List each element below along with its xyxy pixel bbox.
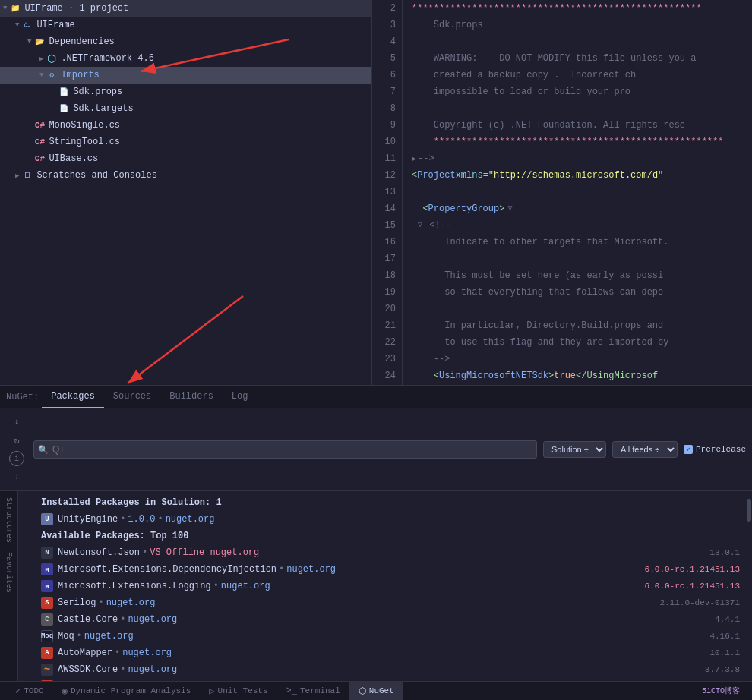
tree-label: Dependencies [49, 36, 114, 47]
tree-label: .NETFramework 4.6 [61, 53, 153, 64]
tree-item-imports[interactable]: ▼ ⚙ Imports [0, 67, 371, 84]
tab-sources[interactable]: Sources [104, 386, 160, 408]
dpa-label: Dynamic Program Analysis [71, 686, 191, 695]
package-icon: M [41, 563, 53, 575]
tree-item-dependencies[interactable]: ▼ 📂 Dependencies [0, 33, 371, 50]
list-item[interactable]: ~ AWSSDK.Core • nuget.org 3.7.3.8 [18, 661, 746, 678]
tab-dpa[interactable]: ◉ Dynamic Program Analysis [53, 682, 201, 701]
prerelease-check[interactable]: ✓ Prerelease [684, 445, 746, 454]
chevron-icon: ▼ [27, 38, 31, 46]
nuget-panel: NuGet: Packages Sources Builders Log ⬇ ↻… [0, 385, 752, 681]
dot-sep: • [142, 547, 147, 558]
nuget-tabs-bar: NuGet: Packages Sources Builders Log [0, 386, 752, 408]
prerelease-checkbox[interactable]: ✓ [684, 445, 693, 454]
list-item[interactable]: M Microsoft.Extensions.Logging • nuget.o… [18, 578, 746, 594]
tab-packages[interactable]: Packages [42, 386, 104, 408]
package-version: 10.1.1 [709, 648, 740, 657]
package-source-link[interactable]: nuget.org [128, 664, 177, 675]
search-input[interactable] [33, 440, 537, 459]
package-source-link[interactable]: nuget.org [166, 514, 215, 525]
package-icon: U [41, 513, 53, 525]
csharp-icon: C# [33, 153, 46, 165]
feeds-filter[interactable]: All feeds ÷ [612, 441, 678, 458]
dot-sep: • [120, 614, 125, 625]
tab-nuget-status[interactable]: ⬡ NuGet [349, 682, 403, 701]
nuget-toolbar: ⬇ ↻ i ↓ 🔍 Solution ÷ All feeds ÷ ✓ Prere… [0, 408, 752, 491]
list-item[interactable]: N Newtonsoft.Json • VS Offline nuget.org… [18, 544, 746, 561]
dot-sep: • [213, 581, 219, 591]
package-source-link[interactable]: nuget.org [286, 564, 336, 575]
nuget-side-icons: Structures Favorites [0, 491, 18, 681]
package-icon: ~ [41, 664, 53, 676]
package-source-link[interactable]: nuget.org [122, 648, 172, 658]
package-icon: A [41, 647, 53, 659]
gear-icon: ⚙ [46, 69, 58, 81]
tree-item-uiframe-project[interactable]: ▼ 📁 UIFrame · 1 project [0, 0, 371, 17]
file-icon: 📄 [58, 102, 70, 115]
file-tree: ▼ 📁 UIFrame · 1 project ▼ 🗂 UIFrame ▼ 📂 … [0, 0, 372, 385]
tab-terminal[interactable]: >_ Terminal [277, 682, 349, 701]
list-item[interactable]: Moq Moq • nuget.org 4.16.1 [18, 628, 746, 645]
package-source-link[interactable]: nuget.org [128, 614, 177, 625]
dot-sep: • [77, 631, 82, 642]
package-source-link[interactable]: nuget.org [106, 598, 156, 608]
package-icon: S [41, 597, 53, 609]
dot-sep: • [98, 598, 103, 608]
list-item[interactable]: M Microsoft.Extensions.DependencyInjecti… [18, 561, 746, 578]
project-icon: 📁 [9, 2, 21, 14]
tab-unit-tests[interactable]: ▷ Unit Tests [200, 682, 276, 701]
tree-label: UIBase.cs [49, 153, 98, 164]
package-version: 3.7.3.8 [705, 665, 740, 674]
svg-line-3 [128, 296, 243, 383]
list-item[interactable]: C Castle.Core • nuget.org 4.4.1 [18, 611, 746, 628]
tree-item-uiframe[interactable]: ▼ 🗂 UIFrame [0, 17, 371, 33]
tree-item-stringtool[interactable]: ▶ C# StringTool.cs [0, 134, 371, 150]
nuget-label: NuGet: [6, 392, 39, 402]
favorites-icon[interactable]: Favorites [3, 549, 14, 596]
tree-label: Sdk.props [73, 87, 122, 97]
tree-item-sdk-targets[interactable]: ▶ 📄 Sdk.targets [0, 100, 371, 117]
package-icon: N [41, 547, 53, 559]
csharp-icon: C# [33, 136, 46, 148]
blog-attribution: 51CTO博客 [702, 686, 746, 696]
solution-filter[interactable]: Solution ÷ [543, 441, 606, 458]
list-item[interactable]: U UnityEngine • 1.0.0 • nuget.org [18, 511, 746, 528]
dot-sep: • [120, 514, 125, 525]
tree-label: Imports [61, 70, 99, 80]
chevron-icon: ▼ [15, 21, 19, 29]
dot-sep: • [279, 564, 284, 575]
tab-log[interactable]: Log [223, 386, 258, 408]
nuget-scrollbar[interactable] [746, 491, 752, 681]
package-icon: M [41, 580, 53, 592]
project-icon: 🗂 [21, 19, 33, 31]
package-name: Serilog [58, 598, 96, 608]
tree-item-sdk-props[interactable]: ▶ 📄 Sdk.props [0, 84, 371, 100]
arrow-down-icon[interactable]: ↓ [9, 469, 24, 484]
tree-item-netframework[interactable]: ▶ ⬡ .NETFramework 4.6 [0, 50, 371, 67]
file-icon: 📄 [58, 86, 70, 98]
tree-item-scratches[interactable]: ▶ 🗒 Scratches and Consoles [0, 167, 371, 184]
tree-item-uibase[interactable]: ▶ C# UIBase.cs [0, 150, 371, 167]
package-version: 6.0.0-rc.1.21451.13 [645, 582, 740, 591]
search-wrap: 🔍 [33, 440, 537, 459]
package-source-link[interactable]: VS Offline nuget.org [150, 547, 259, 558]
list-item[interactable]: A AutoMapper • nuget.org 10.1.1 [18, 645, 746, 661]
nuget-body: Structures Favorites Installed Packages … [0, 491, 752, 681]
tree-label: UIFrame [36, 20, 74, 30]
tab-todo[interactable]: ✓ TODO [6, 682, 53, 701]
list-item[interactable]: S Serilog • nuget.org 2.11.0-dev-01371 [18, 594, 746, 611]
chevron-icon: ▶ [15, 172, 19, 180]
structure-icon[interactable]: Structures [3, 494, 14, 546]
package-name: UnityEngine [58, 514, 118, 525]
package-source-link[interactable]: nuget.org [84, 631, 134, 642]
info-icon[interactable]: i [9, 451, 24, 466]
refresh-icon[interactable]: ↻ [9, 433, 24, 448]
tree-item-monosingle[interactable]: ▶ C# MonoSingle.cs [0, 117, 371, 134]
package-name: Castle.Core [58, 614, 118, 625]
package-version: 6.0.0-rc.1.21451.13 [645, 565, 740, 574]
nuget-status-icon: ⬡ [359, 686, 366, 697]
package-name: Microsoft.Extensions.Logging [58, 581, 211, 591]
package-source-link[interactable]: nuget.org [221, 581, 270, 591]
download-icon[interactable]: ⬇ [9, 415, 24, 430]
tab-builders[interactable]: Builders [160, 386, 223, 408]
